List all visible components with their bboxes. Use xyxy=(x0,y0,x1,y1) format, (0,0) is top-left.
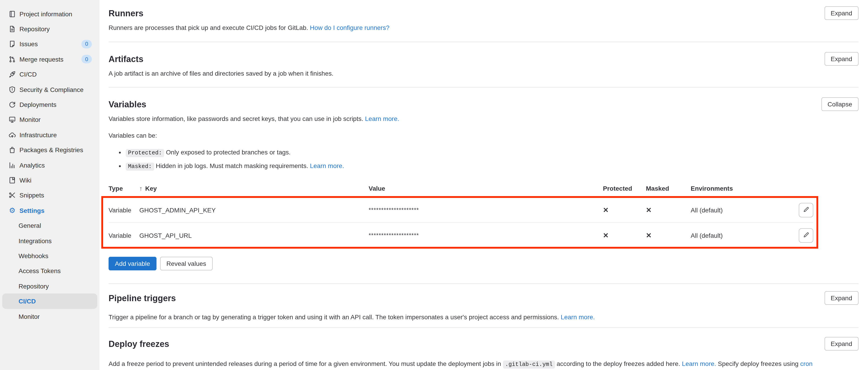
issues-count-badge: 0 xyxy=(82,40,92,49)
runners-description-text: Runners are processes that pick up and e… xyxy=(108,24,308,31)
runners-title: Runners xyxy=(108,9,390,19)
chart-icon xyxy=(9,162,16,169)
protected-bullet: Protected: Only exposed to protected bra… xyxy=(126,146,859,160)
sidebar-item-label: Merge requests xyxy=(20,56,78,63)
sidebar-item-ci-cd[interactable]: CI/CD xyxy=(0,67,99,82)
row-type: Variable xyxy=(108,232,139,239)
sidebar-item-label: Security & Compliance xyxy=(20,86,92,93)
edit-variable-button[interactable] xyxy=(799,228,813,243)
masked-learn-more-link[interactable]: Learn more. xyxy=(310,162,344,169)
scissors-icon xyxy=(9,192,16,199)
sidebar-item-repository[interactable]: Repository xyxy=(0,22,99,37)
masked-bullet: Masked: Hidden in job logs. Must match m… xyxy=(126,160,859,173)
sidebar-item-snippets[interactable]: Snippets xyxy=(0,188,99,203)
sidebar-item-label: Repository xyxy=(20,25,92,33)
table-row: Variable GHOST_ADMIN_API_KEY ***********… xyxy=(108,197,813,223)
sidebar-item-project-information[interactable]: Project information xyxy=(0,6,99,22)
sidebar-subitem-monitor[interactable]: Monitor xyxy=(2,309,97,324)
deploy-freezes-learn-more-link[interactable]: Learn more. xyxy=(682,360,716,367)
add-variable-button[interactable]: Add variable xyxy=(108,257,156,271)
page: Project information Repository Issues 0 … xyxy=(0,0,868,370)
column-header-environments: Environments xyxy=(691,185,779,192)
edit-variable-button[interactable] xyxy=(799,203,813,217)
protected-x-icon: ✕ xyxy=(603,231,646,239)
sidebar-item-label: Snippets xyxy=(20,192,92,199)
deploy-freezes-description: Add a freeze period to prevent unintende… xyxy=(108,359,824,370)
pipeline-triggers-learn-more-link[interactable]: Learn more. xyxy=(561,313,595,321)
pipeline-triggers-expand-button[interactable]: Expand xyxy=(824,291,859,305)
sidebar-item-label: Analytics xyxy=(20,162,92,169)
variables-table-body: Variable GHOST_ADMIN_API_KEY ***********… xyxy=(108,197,813,248)
row-environments: All (default) xyxy=(691,206,779,214)
sidebar-item-label: Wiki xyxy=(20,177,92,184)
sidebar-item-deployments[interactable]: Deployments xyxy=(0,97,99,112)
repository-icon xyxy=(9,25,16,33)
pencil-icon xyxy=(803,231,809,239)
variables-bullet-list: Protected: Only exposed to protected bra… xyxy=(108,146,859,173)
issues-icon xyxy=(9,40,16,48)
sidebar-item-security-compliance[interactable]: Security & Compliance xyxy=(0,82,99,97)
deploy-freezes-section: Deploy freezes Add a freeze period to pr… xyxy=(108,328,859,370)
deploy-freezes-description-text-1: Add a freeze period to prevent unintende… xyxy=(108,360,501,367)
row-value-masked: ******************** xyxy=(369,232,603,239)
artifacts-expand-button[interactable]: Expand xyxy=(824,52,859,66)
sidebar-item-analytics[interactable]: Analytics xyxy=(0,158,99,173)
variables-intro: Variables can be: xyxy=(108,132,859,140)
runners-description: Runners are processes that pick up and e… xyxy=(108,24,390,32)
sidebar-subitem-label: General xyxy=(19,222,41,229)
main-content: Runners Runners are processes that pick … xyxy=(99,0,868,370)
masked-x-icon: ✕ xyxy=(646,231,691,239)
deploy-freezes-expand-button[interactable]: Expand xyxy=(824,337,859,350)
column-header-masked: Masked xyxy=(646,185,691,192)
sidebar-item-issues[interactable]: Issues 0 xyxy=(0,37,99,52)
sidebar-item-settings[interactable]: ⚙ Settings xyxy=(0,203,99,218)
sidebar-item-merge-requests[interactable]: Merge requests 0 xyxy=(0,52,99,67)
column-header-value: Value xyxy=(369,185,603,192)
monitor-icon xyxy=(9,116,16,123)
sidebar-item-label: CI/CD xyxy=(20,71,92,78)
sidebar-subitem-integrations[interactable]: Integrations xyxy=(2,233,97,248)
sidebar-item-label: Deployments xyxy=(20,101,92,108)
artifacts-section: Artifacts A job artifact is an archive o… xyxy=(108,42,859,87)
sidebar-subitem-webhooks[interactable]: Webhooks xyxy=(2,248,97,263)
runners-expand-button[interactable]: Expand xyxy=(824,6,859,20)
gitlab-ci-yml-code: .gitlab-ci.yml xyxy=(503,361,555,369)
sidebar-subitem-general[interactable]: General xyxy=(2,218,97,233)
sidebar-item-wiki[interactable]: Wiki xyxy=(0,173,99,188)
sidebar-subitem-label: Repository xyxy=(19,282,49,290)
sidebar-item-monitor[interactable]: Monitor xyxy=(0,112,99,127)
sidebar-subitem-ci-cd[interactable]: CI/CD xyxy=(2,294,97,309)
sidebar-item-packages-registries[interactable]: Packages & Registries xyxy=(0,142,99,158)
sidebar-item-label: Infrastructure xyxy=(20,131,92,139)
variables-collapse-button[interactable]: Collapse xyxy=(821,97,859,111)
sidebar-item-infrastructure[interactable]: Infrastructure xyxy=(0,127,99,142)
rocket-icon xyxy=(9,71,16,78)
sidebar-subitem-repository[interactable]: Repository xyxy=(2,279,97,294)
variables-description: Variables store information, like passwo… xyxy=(108,115,399,123)
row-key: GHOST_ADMIN_API_KEY xyxy=(139,206,369,214)
pipeline-triggers-description: Trigger a pipeline for a branch or tag b… xyxy=(108,313,595,321)
cloud-gear-icon xyxy=(9,131,16,139)
pencil-icon xyxy=(803,206,809,214)
pipeline-triggers-title: Pipeline triggers xyxy=(108,293,595,304)
sidebar-subitem-label: Monitor xyxy=(19,313,39,320)
protected-bullet-text: Only exposed to protected branches or ta… xyxy=(166,148,290,156)
configure-runners-link[interactable]: How do I configure runners? xyxy=(310,24,390,31)
sidebar: Project information Repository Issues 0 … xyxy=(0,0,99,370)
reveal-values-button[interactable]: Reveal values xyxy=(160,257,213,271)
sidebar-item-label: Project information xyxy=(20,10,92,18)
pipeline-triggers-description-text: Trigger a pipeline for a branch or tag b… xyxy=(108,313,559,321)
row-value-masked: ******************** xyxy=(369,206,603,213)
variables-learn-more-link[interactable]: Learn more. xyxy=(365,115,399,122)
wiki-icon xyxy=(9,177,16,184)
variables-description-text: Variables store information, like passwo… xyxy=(108,115,363,122)
sidebar-subitem-access-tokens[interactable]: Access Tokens xyxy=(2,263,97,279)
variables-title: Variables xyxy=(108,99,399,110)
masked-code: Masked: xyxy=(126,163,154,171)
sidebar-item-label: Issues xyxy=(20,40,78,48)
variables-actions: Add variable Reveal values xyxy=(108,257,859,271)
sidebar-item-label: Settings xyxy=(20,207,92,214)
column-header-key[interactable]: ↑Key xyxy=(139,185,369,192)
variables-table: Type ↑Key Value Protected Masked Environ… xyxy=(108,185,813,248)
row-environments: All (default) xyxy=(691,232,779,239)
